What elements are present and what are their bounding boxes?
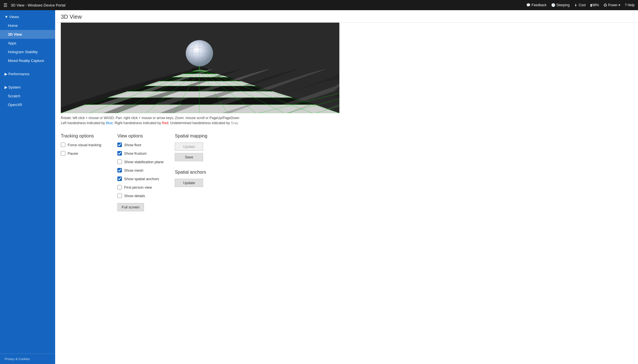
show-mesh-label[interactable]: Show mesh xyxy=(124,168,143,173)
blue-handedness: Blue xyxy=(106,121,113,125)
sidebar-item-3dview[interactable]: 3D View xyxy=(0,30,55,39)
feedback-button[interactable]: 💬 Feedback xyxy=(526,3,547,7)
show-frustum-row: Show frustum xyxy=(117,151,163,156)
cool-label: Cool xyxy=(579,3,586,7)
sleeping-label: Sleeping xyxy=(557,3,570,7)
show-details-label[interactable]: Show details xyxy=(124,194,145,198)
nav-performance-section: ▶ Performance xyxy=(0,67,55,81)
show-floor-checkbox[interactable] xyxy=(117,143,122,147)
show-mesh-row: Show mesh xyxy=(117,168,163,173)
battery-label: ▮98% xyxy=(590,3,599,7)
tracking-options-col: Tracking options Force visual tracking P… xyxy=(61,133,106,211)
handedness-hint: Left handedness indicated by Blue; Right… xyxy=(61,121,632,125)
show-details-checkbox[interactable] xyxy=(117,193,122,198)
show-stabilization-checkbox[interactable] xyxy=(117,160,122,164)
sidebar-item-openxr[interactable]: OpenXR xyxy=(0,100,55,109)
cool-status: 🌡 Cool xyxy=(574,3,586,7)
tracking-options-title: Tracking options xyxy=(61,133,106,139)
page-title: 3D View xyxy=(55,10,638,23)
spatial-anchors-title: Spatial anchors xyxy=(175,170,220,175)
nav-views-section: ▼ Views Home 3D View Apps Hologram Stabi… xyxy=(0,10,55,67)
nav-group-performance[interactable]: ▶ Performance xyxy=(0,70,55,78)
handedness-mid: ; Right handedness indicated by xyxy=(113,121,162,125)
titlebar: ☰ 3D View - Windows Device Portal 💬 Feed… xyxy=(0,0,638,10)
nav-group-views[interactable]: ▼ Views xyxy=(0,12,55,21)
spatial-anchors-update-button[interactable]: Update xyxy=(175,179,203,187)
gray-handedness: Gray xyxy=(231,121,238,125)
show-spatial-anchors-row: Show spatial anchors xyxy=(117,176,163,181)
view-options-col: View options Show floor Show frustum Sho… xyxy=(117,133,163,211)
power-label: Power ▾ xyxy=(608,3,620,7)
show-frustum-label[interactable]: Show frustum xyxy=(124,151,146,156)
show-floor-row: Show floor xyxy=(117,143,163,147)
show-floor-label[interactable]: Show floor xyxy=(124,143,141,147)
handedness-prefix: Left handedness indicated by xyxy=(61,121,106,125)
show-spatial-anchors-checkbox[interactable] xyxy=(117,176,122,181)
show-stabilization-row: Show stabilization plane xyxy=(117,160,163,164)
fullscreen-button[interactable]: Full screen xyxy=(117,203,144,211)
hamburger-menu[interactable]: ☰ xyxy=(3,3,7,8)
sidebar: ◂ ▼ Views Home 3D View Apps Hologram Sta… xyxy=(0,10,55,364)
pause-label[interactable]: Pause xyxy=(68,151,78,156)
spatial-mapping-col: Spatial mapping Update Save Spatial anch… xyxy=(175,133,220,211)
force-visual-tracking-row: Force visual tracking xyxy=(61,143,106,147)
sidebar-item-apps[interactable]: Apps xyxy=(0,39,55,48)
3d-view-canvas[interactable] xyxy=(61,23,339,113)
first-person-view-row: First person view xyxy=(117,185,163,189)
help-label: ? Help xyxy=(625,3,635,7)
show-frustum-checkbox[interactable] xyxy=(117,151,122,156)
first-person-view-label[interactable]: First person view xyxy=(124,185,152,189)
view-options-title: View options xyxy=(117,133,163,139)
statusbar: 💬 Feedback 🕐 Sleeping 🌡 Cool ▮98% ⏻ Powe… xyxy=(526,3,635,7)
force-visual-tracking-label[interactable]: Force visual tracking xyxy=(68,143,101,147)
spatial-mapping-save-button[interactable]: Save xyxy=(175,153,203,161)
red-handedness: Red xyxy=(162,121,168,125)
checkerboard-svg xyxy=(61,23,339,113)
show-details-row: Show details xyxy=(117,193,163,198)
content-area: 3D View xyxy=(55,10,638,364)
controls-hint-text: Rotate: left click + mouse or WASD; Pan:… xyxy=(61,116,632,120)
nav-system-section: ▶ System Scratch OpenXR xyxy=(0,81,55,111)
battery-status: ▮98% xyxy=(590,3,599,7)
feedback-icon: 💬 xyxy=(526,3,531,7)
pause-checkbox[interactable] xyxy=(61,151,65,156)
temp-icon: 🌡 xyxy=(574,3,577,7)
options-grid: Tracking options Force visual tracking P… xyxy=(55,133,638,217)
main-layout: ◂ ▼ Views Home 3D View Apps Hologram Sta… xyxy=(0,10,638,364)
show-stabilization-label[interactable]: Show stabilization plane xyxy=(124,160,163,164)
sidebar-item-mixed-reality[interactable]: Mixed Reality Capture xyxy=(0,56,55,65)
privacy-cookies-link[interactable]: Privacy & Cookies xyxy=(0,354,55,364)
force-visual-tracking-checkbox[interactable] xyxy=(61,143,65,147)
show-mesh-checkbox[interactable] xyxy=(117,168,122,173)
sidebar-item-scratch[interactable]: Scratch xyxy=(0,92,55,100)
nav-group-system[interactable]: ▶ System xyxy=(0,83,55,92)
app-title: 3D View - Windows Device Portal xyxy=(11,3,526,7)
sidebar-item-hologram-stability[interactable]: Hologram Stability xyxy=(0,48,55,56)
power-icon: ⏻ xyxy=(603,3,607,7)
sidebar-collapse-button[interactable]: ◂ xyxy=(53,13,55,19)
show-spatial-anchors-label[interactable]: Show spatial anchors xyxy=(124,177,159,181)
feedback-label: Feedback xyxy=(532,3,547,7)
first-person-view-checkbox[interactable] xyxy=(117,185,122,189)
controls-section: Rotate: left click + mouse or WASD; Pan:… xyxy=(55,113,638,133)
sleeping-icon: 🕐 xyxy=(551,3,555,7)
spatial-mapping-title: Spatial mapping xyxy=(175,133,220,139)
spatial-mapping-update-button[interactable]: Update xyxy=(175,143,203,151)
power-button[interactable]: ⏻ Power ▾ xyxy=(603,3,620,7)
sleeping-status[interactable]: 🕐 Sleeping xyxy=(551,3,570,7)
help-button[interactable]: ? Help xyxy=(625,3,635,7)
sidebar-item-home[interactable]: Home xyxy=(0,21,55,30)
pause-row: Pause xyxy=(61,151,106,156)
handedness-end: ; Undetermined handedness indicated by xyxy=(168,121,231,125)
